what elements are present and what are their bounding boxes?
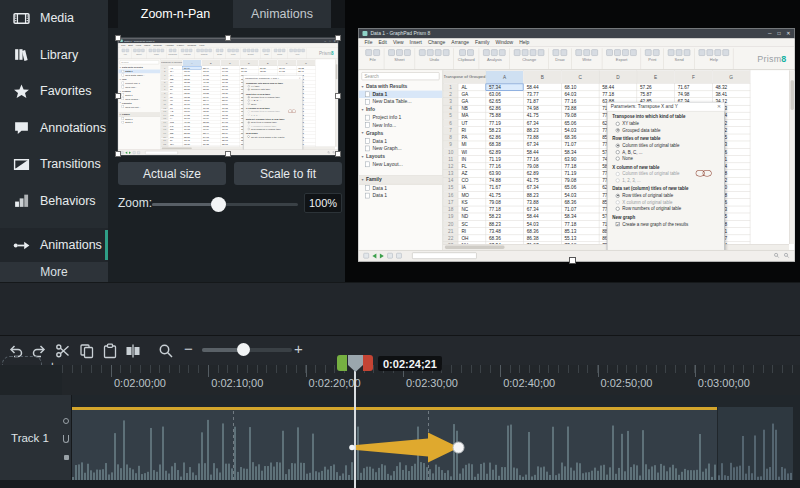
copy-icon[interactable] xyxy=(79,343,95,359)
transpose-dialog: Parameters: Transpose X and Y✕Transpose … xyxy=(243,75,303,150)
data-cell: 63.06 xyxy=(486,91,524,98)
data-cell: 77.16 xyxy=(561,98,599,105)
timeline-zoom-in-button[interactable]: + xyxy=(294,340,303,357)
zoom-value-field[interactable]: 100% xyxy=(304,193,342,213)
playhead-handle[interactable] xyxy=(348,355,363,376)
data-cell: 62.89 xyxy=(523,170,561,177)
paste-icon[interactable] xyxy=(102,343,118,359)
nav-item-label: New Layout... xyxy=(125,105,140,108)
video-canvas[interactable]: Data 1 - GraphPad Prism 8─□✕FileEditView… xyxy=(345,0,800,282)
selection-handle[interactable] xyxy=(115,93,121,99)
tab-animations[interactable]: Animations xyxy=(233,0,331,28)
toolbar-group-sheet: Sheet xyxy=(131,48,147,59)
toolbar-icon xyxy=(630,49,636,55)
ruler-major-tick xyxy=(208,365,209,377)
menu-edit: Edit xyxy=(127,44,134,47)
selection-handle[interactable] xyxy=(115,151,121,157)
timeline-zoom-out-button[interactable]: − xyxy=(184,340,193,357)
sheet-icon xyxy=(365,146,369,151)
toolbar-icon xyxy=(220,49,223,52)
ruler-major-tick xyxy=(500,365,501,377)
sidebar-item-transitions[interactable]: Transitions xyxy=(0,146,108,183)
column-header: A xyxy=(486,70,524,83)
dialog-option: 1, 2, 3, ... xyxy=(246,113,300,116)
scale-to-fit-button[interactable]: Scale to fit xyxy=(234,162,342,185)
prism-sheet-area: Transpose of GroupedABCDEFG1AL57.3458.44… xyxy=(443,70,795,250)
sheet-icon xyxy=(365,193,369,198)
family-item: Data 1 xyxy=(358,192,442,199)
toolbar-group-label: Help xyxy=(710,57,718,61)
actual-size-button[interactable]: Actual size xyxy=(118,162,226,185)
radio-checked xyxy=(616,128,620,132)
sidebar-item-library[interactable]: Library xyxy=(0,37,108,74)
zoom-slider-knob[interactable] xyxy=(211,197,226,212)
row-title-cell: FL xyxy=(458,163,486,170)
data-cell: 77.16 xyxy=(523,155,561,162)
data-cell: 64.03 xyxy=(561,91,599,98)
menu-window: Window xyxy=(493,40,517,45)
toolbar-icon xyxy=(274,49,277,52)
playhead-out-handle[interactable] xyxy=(363,355,373,371)
row-title-cell: OH xyxy=(458,235,486,242)
dialog-close-icon: ✕ xyxy=(299,76,301,79)
toolbar-icon xyxy=(169,49,172,52)
menu-help: Help xyxy=(516,40,532,45)
tools-sidebar: MediaLibraryFavoritesAnnotationsTransiti… xyxy=(0,0,108,282)
sheet-icon xyxy=(365,138,369,143)
option-label: Grouped data table xyxy=(622,128,660,133)
zoom-animation-arrow[interactable] xyxy=(0,395,800,488)
data-cell: 85.13 xyxy=(561,227,599,234)
selection-handle[interactable] xyxy=(335,93,341,99)
selection-handle[interactable] xyxy=(335,35,341,41)
tab-zoom-n-pan[interactable]: Zoom-n-Pan xyxy=(118,0,233,28)
selection-handle[interactable] xyxy=(335,151,341,157)
sidebar-item-behaviors[interactable]: Behaviors xyxy=(0,183,108,220)
selection-handle[interactable] xyxy=(225,35,231,41)
toolbar-icon xyxy=(699,49,705,55)
video-frame[interactable]: Data 1 - GraphPad Prism 8─□✕FileEditView… xyxy=(358,28,795,262)
toolbar-icon xyxy=(278,49,281,52)
toolbar-icon xyxy=(181,49,184,52)
sidebar-item-media[interactable]: Media xyxy=(0,0,108,37)
sidebar-item-label: Transitions xyxy=(40,157,101,171)
family-item-label: Data 1 xyxy=(372,193,387,198)
cut-icon[interactable] xyxy=(55,343,71,359)
option-label: Row numbers of original table xyxy=(251,128,281,131)
menu-insert: Insert xyxy=(142,44,151,47)
toolbar-icon xyxy=(499,49,505,55)
toolbar-group-icons xyxy=(668,49,690,55)
split-icon[interactable] xyxy=(125,343,141,359)
zoom-n-pan-preview[interactable]: Data 1 - GraphPad Prism 8─□✕FileEditView… xyxy=(118,38,338,155)
selection-handle[interactable] xyxy=(225,151,231,157)
sidebar-item-label: Media xyxy=(40,11,74,25)
menu-window: Window xyxy=(186,44,198,47)
table-header-row: Transpose of GroupedABCDEFG xyxy=(443,70,750,83)
dialog-option: None xyxy=(246,102,300,105)
sidebar-more-button[interactable]: More xyxy=(0,262,108,282)
sidebar-item-favorites[interactable]: Favorites xyxy=(0,73,108,110)
canvas-selection-handle[interactable] xyxy=(569,257,576,264)
data-cell: 79.08 xyxy=(561,177,599,184)
toolbar-icon xyxy=(404,49,410,55)
ruler-gutter xyxy=(0,365,62,395)
toolbar-group-icons xyxy=(263,49,270,52)
selection-handle[interactable] xyxy=(115,35,121,41)
data-cell: 58.44 xyxy=(523,83,561,90)
ruler-tick-label: 0:02:30;00 xyxy=(406,377,458,389)
playhead-in-handle[interactable] xyxy=(337,355,347,371)
toolbar-icon xyxy=(141,49,144,52)
data-cell: 68.36 xyxy=(561,134,599,141)
sidebar-item-animations[interactable]: Animations xyxy=(0,228,108,262)
toolbar-icon xyxy=(236,49,239,52)
timeline-zoom-slider-knob[interactable] xyxy=(237,343,250,356)
sidebar-item-annotations[interactable]: Annotations xyxy=(0,110,108,147)
ruler-tick-label: 0:02:40;00 xyxy=(503,377,555,389)
data-cell: 58.44 xyxy=(599,83,637,90)
caret-down-icon: ▾ xyxy=(361,131,363,135)
row-title-cell: PA xyxy=(458,134,486,141)
zoom-n-pan-preview-frame: Data 1 - GraphPad Prism 8─□✕FileEditView… xyxy=(118,38,338,155)
checkbox-checked: ✓ xyxy=(616,222,620,226)
data-cell: 68.36 xyxy=(561,199,599,206)
toolbar-icon xyxy=(263,49,266,52)
row-number-cell: 3 xyxy=(443,98,458,105)
